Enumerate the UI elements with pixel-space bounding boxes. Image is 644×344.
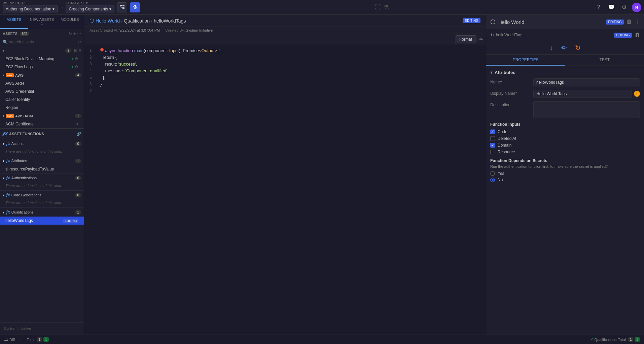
panel-tabs: PROPERTIES TEST — [486, 55, 644, 66]
tab-new-assets[interactable]: NEW ASSETS 1 — [28, 15, 56, 29]
func-section-actions: ▾ ƒx Actions 0 There are no functions of… — [0, 139, 84, 156]
func-header-codegen[interactable]: ▾ ƒx Code Generations 0 — [0, 191, 84, 199]
refresh-icon[interactable]: ↻ — [69, 31, 72, 36]
func-badge-attributes: 1 — [75, 159, 81, 163]
settings-icon-item2[interactable]: ⚙ — [75, 65, 78, 69]
collapse-icon[interactable]: ▾ — [490, 70, 493, 75]
code-line-6: 6 } — [84, 81, 486, 88]
sidebar-group-aws-acm[interactable]: ▾ aws AWS ACM 1 — [0, 112, 84, 120]
breadcrumb-asset[interactable]: Hello World — [96, 18, 120, 24]
link-icon[interactable]: 🔗 — [76, 132, 81, 136]
list-item[interactable]: EC2 Block Device Mapping ↑ ⚙ — [0, 55, 84, 63]
sub-func-label: ƒx helloWorldTags — [490, 33, 524, 37]
qualifications-icon: ✓ — [590, 337, 593, 342]
search-input[interactable] — [9, 40, 76, 44]
status-bar: ⇄ Diff | Total: 1 1 ✓ Qualifications Tot… — [0, 335, 644, 344]
tree-view-btn[interactable] — [117, 2, 127, 12]
display-name-field: Hello World Tags 1 — [533, 90, 640, 98]
tab-properties[interactable]: PROPERTIES — [486, 55, 565, 66]
checkbox-deleted-at-input[interactable] — [490, 136, 495, 141]
func-header-auth[interactable]: ▾ ƒx Authentications 0 — [0, 174, 84, 182]
radio-no-input[interactable] — [490, 178, 495, 182]
list-item-region[interactable]: Region — [0, 104, 84, 112]
filter-icon[interactable]: ⚙ — [77, 40, 81, 44]
status-diff[interactable]: ⇄ Diff — [4, 337, 15, 342]
system-initiative-label: System Initiative — [3, 325, 81, 332]
func-name-auth: Authentications — [11, 176, 75, 180]
display-name-value[interactable]: Hello World Tags — [533, 90, 632, 98]
flask-icon-top[interactable]: ⚗ — [384, 4, 389, 11]
tab-assets[interactable]: ASSETS — [0, 15, 28, 29]
qualifications-label: Qualifications — [595, 338, 617, 342]
checkbox-code-input[interactable]: ✓ — [490, 129, 495, 134]
delete-panel-btn[interactable]: 🗑 — [627, 19, 632, 25]
edit-toolbar-btn[interactable]: ✏ — [561, 44, 567, 52]
list-icon[interactable]: ≡ — [79, 48, 81, 53]
code-editor[interactable]: 1 async function main(component: Input):… — [84, 45, 486, 335]
func-section-codegen: ▾ ƒx Code Generations 0 There are no fun… — [0, 190, 84, 207]
fx-icon-attributes: ƒx — [6, 158, 10, 163]
list-item-helloworld-tags[interactable]: helloWorldTags EDITING — [0, 217, 84, 225]
discord-icon[interactable]: 💬 — [606, 2, 616, 12]
changeset-select[interactable]: Creating Components ▾ — [66, 5, 114, 13]
item-label: Region — [5, 105, 18, 110]
help-icon[interactable]: ? — [594, 2, 604, 12]
item-label: si:resourcePayloadToValue — [5, 167, 54, 171]
description-value[interactable] — [533, 101, 640, 118]
checkbox-resource: Resource — [490, 150, 640, 154]
format-button[interactable]: Format — [455, 35, 476, 43]
code-view-btn[interactable]: ⚗ — [130, 2, 140, 12]
radio-yes-input[interactable] — [490, 171, 495, 176]
settings-icon-item[interactable]: ⚙ — [75, 56, 78, 61]
settings-icon[interactable]: ⚙ — [619, 2, 629, 12]
list-item[interactable]: EC2 Flow Logs ↑ ⚙ — [0, 63, 84, 71]
download-btn[interactable]: ↓ — [550, 44, 553, 52]
checkbox-resource-input[interactable] — [490, 150, 495, 154]
refresh-toolbar-btn[interactable]: ↻ — [575, 44, 581, 52]
display-name-label: Display Name* — [490, 90, 531, 96]
editing-badge-center: EDITING — [463, 18, 480, 23]
sub-func-name: helloWorldTags — [496, 33, 524, 37]
dropdown-icon[interactable]: ▾ — [76, 122, 78, 126]
edit-button[interactable]: ✏ — [479, 35, 483, 43]
workspace-chevron: ▾ — [52, 7, 55, 11]
panel-editing-badge: EDITING — [606, 20, 624, 25]
upload-icon2[interactable]: ↑ — [71, 65, 73, 69]
func-name-attributes: Attributes — [11, 159, 75, 163]
main-layout: ASSETS NEW ASSETS 1 MODULES ASSETS 109 ↻… — [0, 15, 644, 335]
tab-test[interactable]: TEST — [565, 55, 644, 66]
field-description: Description — [490, 101, 640, 118]
status-right: ✓ Qualifications Total: 1 1 — [590, 337, 640, 342]
checkbox-deleted-at-label: Deleted At — [498, 136, 516, 141]
add-icon[interactable]: + — [73, 31, 76, 36]
group-badge: 2 — [65, 48, 71, 53]
field-display-name: Display Name* Hello World Tags 1 — [490, 90, 640, 98]
status-qualifications[interactable]: ✓ Qualifications Total: 1 1 — [590, 337, 640, 342]
name-value[interactable]: helloWorldTags — [533, 78, 640, 86]
workspace-select[interactable]: Authoring Documentation ▾ — [3, 5, 58, 13]
grid-icon[interactable]: ⊞ — [74, 48, 77, 53]
user-avatar[interactable]: N — [632, 3, 641, 12]
func-header-actions[interactable]: ▾ ƒx Actions 0 — [0, 139, 84, 148]
hierarchy-icon[interactable]: ⛶ — [375, 4, 381, 11]
sidebar-group-aws[interactable]: ▾ aws AWS 4 — [0, 71, 84, 79]
delete-sub-btn[interactable]: 🗑 — [635, 32, 640, 38]
list-item-aws-cred[interactable]: AWS Credential — [0, 87, 84, 95]
aws-name: AWS — [15, 73, 75, 77]
func-header-qual[interactable]: ▾ ƒx Qualifications 1 — [0, 208, 84, 217]
more-panel-btn[interactable]: ⋮ — [635, 19, 640, 25]
list-item-si-resource[interactable]: si:resourcePayloadToValue — [0, 165, 84, 173]
tab-modules[interactable]: MODULES — [56, 15, 84, 29]
list-item-caller-identity[interactable]: Caller Identity — [0, 95, 84, 104]
created-at: Asset Created At: 9/22/2024 at 3:07:04 P… — [90, 28, 160, 32]
checkbox-domain-input[interactable]: ✓ — [490, 143, 495, 148]
item-label: ACM Certificate — [5, 122, 34, 126]
chevron-qual: ▾ — [3, 211, 4, 214]
sidebar-group-top[interactable]: ▾ 2 ⊞ ≡ — [0, 46, 84, 55]
upload-icon[interactable]: ↑ — [71, 56, 73, 61]
list-item-aws-arn[interactable]: AWS ARN — [0, 79, 84, 87]
fx-sub-icon: ƒx — [490, 33, 495, 37]
list-item-acm-cert[interactable]: ACM Certificate ▾ — [0, 120, 84, 128]
more-icon[interactable]: ⋯ — [77, 31, 81, 36]
func-header-attributes[interactable]: ▾ ƒx Attributes 1 — [0, 156, 84, 165]
